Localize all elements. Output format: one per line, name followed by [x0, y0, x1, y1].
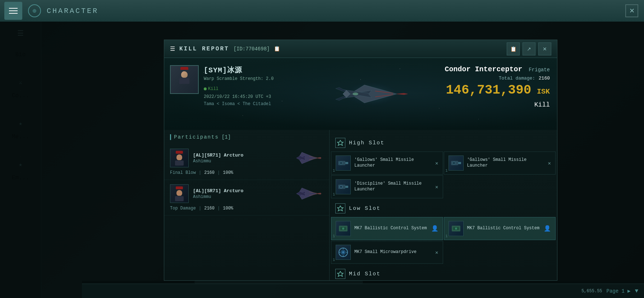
isk-value: 146,731,390: [446, 83, 532, 98]
participant-name-2: [AL][SR71] Arcturo: [193, 188, 290, 194]
high-slot-item-name-2: 'Gallows' Small Missile Launcher: [467, 157, 544, 168]
final-blow-label: Final Blow: [170, 170, 196, 175]
participants-panel[interactable]: Participants [1]: [164, 130, 330, 280]
svg-point-40: [342, 251, 344, 253]
mid-slot-icon: [335, 269, 345, 279]
high-slot-item-x-1[interactable]: ✕: [435, 160, 438, 166]
slot-item-icon-5: [448, 221, 464, 236]
high-slot-item-1[interactable]: 1 'Gallows' Small Missile Launcher ✕: [331, 152, 443, 175]
isk-row: 146,731,390 ISK: [446, 83, 550, 98]
stat-sep: |: [217, 170, 220, 175]
low-slot-item-name-1: MK7 Ballistic Control System: [354, 226, 428, 231]
svg-point-31: [340, 185, 342, 188]
top-bar: ⊕ CHARACTER ✕: [0, 0, 644, 22]
victim-info: [SYM]冰源 Warp Scramble Strength: 2.0 Kill…: [164, 58, 315, 130]
slot-item-icon-3: [336, 179, 351, 194]
hamburger-line: [9, 8, 18, 9]
low-slot-item-x-3[interactable]: ✕: [435, 249, 438, 256]
svg-point-28: [452, 162, 455, 164]
svg-rect-27: [458, 162, 461, 164]
ship-class: Frigate: [529, 67, 550, 73]
bottom-bar: 5,655.55 Page 1 ▶ ▼: [82, 284, 644, 298]
copy-id-icon[interactable]: 📋: [274, 46, 280, 52]
participants-header: Participants [1]: [164, 134, 329, 144]
participant-card-2[interactable]: [AL][SR71] Arcturo Ashimmu: [164, 180, 329, 216]
slot-num: 1: [333, 258, 335, 262]
low-slot-item-1[interactable]: 1 MK7 Ballistic Control System 👤: [331, 217, 443, 240]
main-content: Participants [1]: [164, 130, 557, 280]
avatar-head: [181, 71, 188, 78]
participant-ship-img-1: [295, 149, 323, 167]
stat-sep: |: [199, 206, 201, 211]
low-slot-section: Low Slot 1: [330, 200, 557, 264]
total-damage-row: Total damage: 2160: [499, 75, 550, 81]
top-hamburger-button[interactable]: [4, 2, 22, 20]
participants-title: Participants: [174, 134, 219, 140]
low-slot-item-name-2: MK7 Ballistic Control System: [467, 226, 540, 231]
participant-avatar-2: [170, 184, 189, 203]
slot-num: 1: [333, 234, 335, 238]
victim-avatar: [170, 65, 199, 94]
participant-text-1: [AL][SR71] Arcturo Ashimmu: [193, 153, 290, 164]
svg-point-7: [353, 92, 358, 95]
high-slot-item-3[interactable]: 1 'Discipline' Small Missile Launcher ✕: [331, 175, 443, 198]
total-damage-label: Total damage:: [499, 76, 535, 81]
high-slot-item-name-3: 'Discipline' Small Missile Launcher: [354, 181, 432, 192]
slot-num: 1: [333, 169, 335, 173]
mid-slot-header: Mid Slot: [330, 265, 557, 280]
high-slot-grid: 1 'Gallows' Small Missile Launcher ✕: [330, 152, 557, 198]
panel-hamburger-icon[interactable]: ☰: [170, 45, 175, 53]
high-slot-item-x-2[interactable]: ✕: [548, 160, 551, 166]
top-damage-value: 2160: [204, 206, 215, 211]
svg-point-34: [342, 227, 344, 230]
stat-sep: |: [199, 170, 201, 175]
top-damage-percent: 100%: [223, 206, 233, 211]
top-damage-label: Top Damage: [170, 206, 196, 211]
participant-stats-1: Final Blow | 2160 | 100%: [170, 170, 323, 175]
kill-dot: [204, 87, 207, 90]
hamburger-line: [9, 10, 18, 11]
participant-ship-1: Ashimmu: [193, 159, 290, 164]
ship-image: [321, 69, 422, 119]
low-slot-item-user-1: 👤: [431, 225, 438, 232]
high-slot-item-x-3[interactable]: ✕: [435, 184, 438, 190]
bottom-value: 5,655.55: [581, 289, 602, 294]
panel-header: ☰ KILL REPORT [ID:7704698] 📋 📋 ↗ ✕: [164, 40, 557, 58]
participant-card-1[interactable]: [AL][SR71] Arcturo Ashimmu: [164, 144, 329, 180]
hamburger-line: [9, 13, 18, 14]
next-page-arrow[interactable]: ▶: [627, 288, 630, 294]
filter-icon[interactable]: ▼: [635, 288, 638, 294]
participant-name-1: [AL][SR71] Arcturo: [193, 153, 290, 158]
export-button[interactable]: ↗: [523, 42, 535, 55]
kill-type: Kill: [534, 101, 550, 108]
kill-location: Tama < Isoma < The Citadel: [204, 101, 273, 107]
participant-top-2: [AL][SR71] Arcturo Ashimmu: [170, 184, 323, 203]
high-slot-item-name-1: 'Gallows' Small Missile Launcher: [354, 157, 432, 168]
mid-slot-title: Mid Slot: [349, 271, 381, 277]
svg-point-37: [455, 227, 457, 230]
slots-panel[interactable]: High Slot 1: [330, 130, 557, 280]
avatar-figure: [172, 67, 197, 92]
svg-rect-30: [345, 186, 348, 188]
slot-num: 1: [446, 169, 448, 173]
victim-name: [SYM]冰源: [204, 65, 273, 75]
high-slot-item-2[interactable]: 1 'Gallows' Small Missile Launcher ✕: [444, 152, 556, 175]
character-icon: ⊕: [28, 4, 41, 17]
low-slot-item-user-2: 👤: [544, 225, 551, 232]
close-window-button[interactable]: ✕: [625, 4, 638, 17]
section-bar: [170, 134, 171, 140]
clipboard-button[interactable]: 📋: [507, 42, 520, 55]
low-slot-item-3[interactable]: 1: [331, 241, 443, 264]
low-slot-item-2[interactable]: 1 MK7 Ballistic Control System 👤: [444, 217, 556, 240]
high-slot-title: High Slot: [349, 140, 385, 146]
close-panel-button[interactable]: ✕: [538, 42, 551, 55]
page-label: Page 1: [607, 288, 625, 294]
ship-info-right: Condor Interceptor Frigate Total damage:…: [428, 58, 557, 130]
kill-report-window: ☰ KILL REPORT [ID:7704698] 📋 📋 ↗ ✕: [164, 40, 557, 281]
high-slot-header: High Slot: [330, 134, 557, 152]
avatar-hat: [180, 67, 188, 70]
ship-name-row: Condor Interceptor Frigate: [445, 65, 550, 73]
svg-rect-24: [345, 162, 348, 164]
participant-text-2: [AL][SR71] Arcturo Ashimmu: [193, 188, 290, 199]
svg-marker-20: [316, 193, 321, 194]
